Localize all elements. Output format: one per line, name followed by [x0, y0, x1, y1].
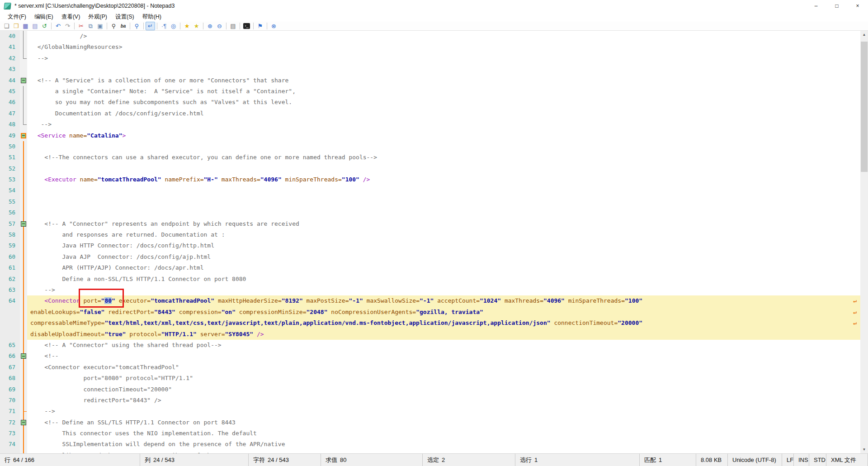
editor-row: enableLookups="false" redirectPort="8443… [0, 307, 860, 318]
code-line[interactable]: Java HTTP Connector: /docs/config/http.h… [27, 240, 860, 251]
scheme-config-button[interactable]: ▤ [228, 22, 238, 30]
status-line-position[interactable]: 行64 / 166 [0, 454, 140, 466]
code-line[interactable]: library and the useOpenSSL attribute of … [27, 450, 860, 453]
save-file-button[interactable]: ▦ [21, 22, 30, 30]
line-number: 54 [0, 185, 20, 196]
replace-button[interactable]: ba [118, 22, 128, 30]
status-eval-value[interactable]: 求值80 [321, 454, 423, 466]
code-line[interactable]: <Executor name="tomcatThreadPool" namePr… [27, 174, 860, 185]
new-file-button[interactable]: ❏ [2, 22, 11, 30]
code-line[interactable]: <!-- [27, 351, 860, 361]
code-line[interactable]: APR (HTTP/AJP) Connector: /docs/apr.html [27, 262, 860, 273]
scrollbar-thumb[interactable] [861, 42, 868, 172]
menu-item-appearance[interactable]: 外观(P) [84, 12, 111, 22]
status-file-size[interactable]: 8.08 KB [696, 454, 728, 466]
close-button[interactable]: × [847, 0, 868, 12]
code-line[interactable]: enableLookups="false" redirectPort="8443… [27, 307, 860, 318]
code-line[interactable] [27, 64, 860, 75]
code-line[interactable] [27, 163, 860, 174]
code-line[interactable]: Define a non-SSL/TLS HTTP/1.1 Connector … [27, 274, 860, 285]
status-edit-mode[interactable]: STD [809, 454, 826, 466]
pin-to-tray-button[interactable]: ⚑ [255, 22, 265, 30]
code-line[interactable]: <!-- A "Connector" represents an endpoin… [27, 219, 860, 229]
find-button[interactable]: ⚲ [109, 22, 118, 30]
zoom-in-button[interactable]: ⊕ [205, 22, 215, 30]
open-console-button[interactable]: ›_ [242, 22, 251, 30]
scroll-down-icon[interactable]: ▼ [860, 446, 868, 453]
line-number: 68 [0, 373, 20, 384]
status-selected-chars[interactable]: 选定2 [423, 454, 515, 466]
open-file-button[interactable]: ❒ [11, 22, 21, 30]
menu-item-view[interactable]: 查看(V) [57, 12, 85, 22]
show-whitespace-button[interactable]: ·¶ [159, 22, 169, 30]
vertical-scrollbar[interactable]: ▲ ▼ [860, 31, 868, 453]
code-line[interactable]: port="8080" protocol="HTTP/1.1" [27, 373, 860, 384]
code-line[interactable]: <Connector port="80" executor="tomcatThr… [27, 295, 860, 306]
code-line[interactable]: so you may not define subcomponents such… [27, 97, 860, 108]
undo-button[interactable]: ↶ [53, 22, 63, 30]
redo-button[interactable]: ↷ [63, 22, 72, 30]
paste-button[interactable]: ▣ [95, 22, 105, 30]
fold-collapse-icon[interactable] [21, 420, 26, 425]
maximize-button[interactable]: □ [826, 0, 847, 12]
code-line[interactable]: redirectPort="8443" /> [27, 395, 860, 406]
code-line[interactable] [27, 185, 860, 196]
code-line[interactable]: <!-- A "Service" is a collection of one … [27, 75, 860, 86]
fold-collapse-icon-current[interactable] [21, 133, 26, 138]
status-encoding[interactable]: Unicode (UTF-8) [728, 454, 782, 466]
code-line[interactable]: </GlobalNamingResources> [27, 42, 860, 52]
status-eol-mode[interactable]: LF [782, 454, 794, 466]
menu-item-file[interactable]: 文件(F) [4, 12, 30, 22]
status-file-type[interactable]: XML 文件 [826, 454, 868, 466]
scroll-up-icon[interactable]: ▲ [860, 31, 868, 38]
menu-item-edit[interactable]: 编辑(E) [30, 12, 57, 22]
code-line[interactable]: <!-- Define an SSL/TLS HTTP/1.1 Connecto… [27, 417, 860, 428]
code-line[interactable]: compressableMimeType="text/html,text/xml… [27, 318, 860, 328]
fold-margin [20, 295, 27, 306]
code-line[interactable] [27, 207, 860, 218]
word-wrap-button[interactable]: ↵ [146, 22, 155, 30]
revert-file-button[interactable]: ↺ [40, 22, 49, 30]
code-line[interactable] [27, 141, 860, 152]
status-insert-mode[interactable]: INS [794, 454, 809, 466]
code-line[interactable]: This connector uses the NIO implementati… [27, 428, 860, 439]
code-line[interactable]: Documentation at /docs/config/service.ht… [27, 108, 860, 119]
code-line[interactable]: a single "Container" Note: A "Service" i… [27, 86, 860, 97]
encoding-select-button[interactable]: ◎ [169, 22, 178, 30]
code-line[interactable]: <Service name="Catalina"> [27, 130, 860, 141]
code-line[interactable]: --> [27, 119, 860, 130]
exit-button[interactable]: ⊗ [269, 22, 278, 30]
menu-item-settings[interactable]: 设置(S) [111, 12, 138, 22]
menu-item-help[interactable]: 帮助(H) [138, 12, 165, 22]
minimize-button[interactable]: – [806, 0, 826, 12]
code-line[interactable]: and responses are returned. Documentatio… [27, 229, 860, 240]
text-editor[interactable]: 40 />41 </GlobalNamingResources>42 -->43… [0, 31, 860, 453]
status-column-position[interactable]: 列24 / 543 [140, 454, 249, 466]
cut-button[interactable]: ✂ [76, 22, 86, 30]
code-line[interactable]: SSLImplementation will depend on the pre… [27, 439, 860, 450]
fold-collapse-icon[interactable] [21, 353, 26, 359]
code-line[interactable]: disableUploadTimeout="true" protocol="HT… [27, 329, 860, 340]
favorites-button[interactable]: ★ [182, 22, 192, 30]
copy-button[interactable]: ⧉ [86, 22, 95, 30]
save-copy-button[interactable]: ▤ [30, 22, 40, 30]
code-line[interactable]: <!--The connectors can use a shared exec… [27, 152, 860, 163]
code-line[interactable]: <!-- A "Connector" using the shared thre… [27, 340, 860, 351]
code-line[interactable]: connectionTimeout="20000" [27, 384, 860, 395]
paste-icon: ▣ [97, 23, 103, 29]
code-line[interactable]: --> [27, 406, 860, 417]
code-line[interactable] [27, 196, 860, 207]
code-line[interactable]: /> [27, 31, 860, 42]
status-selected-lines[interactable]: 选行1 [515, 454, 640, 466]
find-in-files-button[interactable]: ⚲ [132, 22, 142, 30]
code-line[interactable]: <Connector executor="tomcatThreadPool" [27, 362, 860, 373]
status-character-position[interactable]: 字符24 / 543 [249, 454, 321, 466]
code-line[interactable]: Java AJP Connector: /docs/config/ajp.htm… [27, 252, 860, 262]
fold-collapse-icon[interactable] [21, 221, 26, 227]
code-line[interactable]: --> [27, 53, 860, 64]
fold-collapse-icon[interactable] [21, 78, 26, 83]
status-match-count[interactable]: 匹配1 [640, 454, 696, 466]
code-line[interactable]: --> [27, 285, 860, 295]
zoom-out-button[interactable]: ⊖ [215, 22, 224, 30]
add-favorite-button[interactable]: ★ [192, 22, 201, 30]
